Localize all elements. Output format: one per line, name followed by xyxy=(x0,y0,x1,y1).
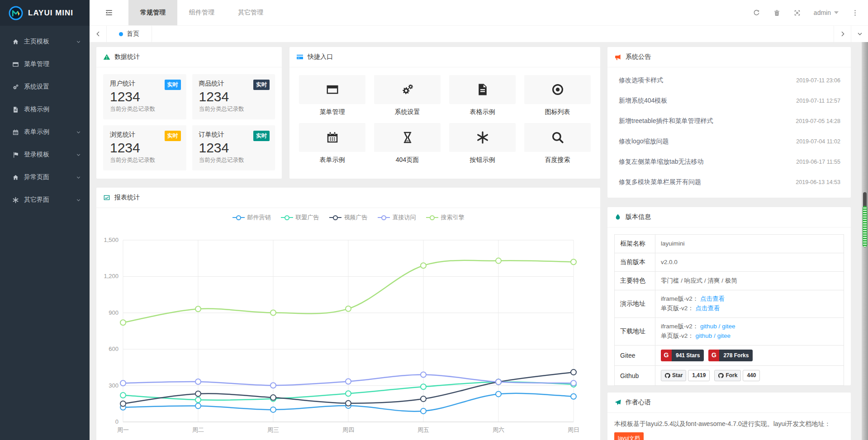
refresh-button[interactable] xyxy=(753,9,760,17)
scrollbar-track[interactable] xyxy=(862,42,868,440)
legend-item[interactable]: 搜索引擎 xyxy=(426,213,465,222)
card-version-info: 版本信息 框架名称layuimini当前版本v2.0.0主要特色零门槛 / 响应… xyxy=(607,207,851,385)
announcement-row-3[interactable]: 修改logo缩放问题2019-07-04 11:02 xyxy=(614,131,844,151)
quick-entry-7[interactable]: 百度搜索 xyxy=(524,123,591,164)
announcement-date: 2019-06-17 11:55 xyxy=(796,159,840,165)
quick-entry-3[interactable]: 图标列表 xyxy=(524,75,591,116)
version-row-label: 主要特色 xyxy=(615,272,655,290)
scroll-progress-indicator xyxy=(863,206,867,247)
announcement-row-1[interactable]: 新增系统404模板2019-07-11 12:57 xyxy=(614,90,844,111)
chevron-down-icon xyxy=(856,30,863,38)
tab-scroll-left-button[interactable] xyxy=(90,26,107,42)
version-row-value: Star1,419Fork440 xyxy=(655,366,844,385)
app-title: LAYUI MINI xyxy=(28,9,73,18)
link-github[interactable]: github xyxy=(696,332,712,339)
quick-entry-5[interactable]: 404页面 xyxy=(374,123,441,164)
quick-entry-6[interactable]: 按钮示例 xyxy=(449,123,516,164)
chevron-down-icon xyxy=(76,197,81,203)
card-title: 版本信息 xyxy=(626,213,651,221)
top-nav-item-1[interactable]: 组件管理 xyxy=(177,0,226,25)
logo[interactable]: LAYUI MINI xyxy=(0,0,90,26)
fullscreen-button[interactable] xyxy=(793,9,801,17)
gitee-icon: G xyxy=(661,350,672,362)
quick-entry-2[interactable]: 表格示例 xyxy=(449,75,516,116)
link-gitee[interactable]: gitee xyxy=(722,323,735,330)
more-menu-button[interactable] xyxy=(851,9,859,17)
link-点击查看[interactable]: 点击查看 xyxy=(700,295,725,302)
realtime-badge: 实时 xyxy=(253,131,270,141)
sidebar-item-2[interactable]: 系统设置 xyxy=(0,76,90,98)
sidebar-item-5[interactable]: 登录模板 xyxy=(0,143,90,166)
version-row-5: GiteeG941 StarsG278 Forks xyxy=(615,345,844,366)
user-menu[interactable]: admin xyxy=(814,9,839,16)
layui-doc-badge[interactable]: layui文档 xyxy=(614,432,644,440)
announcement-row-4[interactable]: 修复左侧菜单缩放tab无法移动2019-06-17 11:55 xyxy=(614,151,844,172)
top-nav-item-2[interactable]: 其它管理 xyxy=(226,0,275,25)
caret-down-icon xyxy=(834,11,839,14)
legend-item[interactable]: 联盟广告 xyxy=(281,213,319,222)
link-gitee[interactable]: gitee xyxy=(717,332,730,339)
version-row-6: GithubStar1,419Fork440 xyxy=(615,366,844,385)
sidebar: LAYUI MINI 主页模板菜单管理系统设置表格示例表单示例登录模板异常页面其… xyxy=(0,0,90,440)
username: admin xyxy=(814,9,831,16)
sidebar-item-6[interactable]: 异常页面 xyxy=(0,166,90,189)
chevron-right-icon xyxy=(839,30,846,38)
hourglass-icon xyxy=(401,131,414,144)
link-点击查看[interactable]: 点击查看 xyxy=(696,305,720,312)
stat-value: 1234 xyxy=(110,89,180,104)
quick-entry-4[interactable]: 表单示例 xyxy=(299,123,365,164)
credit-card-icon xyxy=(296,53,304,61)
gitee-badge[interactable]: G278 Forks xyxy=(708,350,753,362)
legend-item[interactable]: 邮件营销 xyxy=(232,213,271,222)
card-title: 快捷入口 xyxy=(308,53,333,61)
legend-item[interactable]: 视频广告 xyxy=(329,213,368,222)
announcement-date: 2019-07-11 12:57 xyxy=(796,98,840,104)
flag-icon xyxy=(12,151,19,158)
sidebar-item-7[interactable]: 其它界面 xyxy=(0,189,90,211)
author-line1: 本模板基于layui2.5.4以及font-awesome-4.7.0进行实现。… xyxy=(614,418,844,430)
realtime-badge: 实时 xyxy=(253,80,270,90)
tab-operations-button[interactable] xyxy=(851,26,868,42)
version-row-value: G941 StarsG278 Forks xyxy=(655,345,844,366)
svg-text:周一: 周一 xyxy=(117,426,129,433)
sidebar-item-4[interactable]: 表单示例 xyxy=(0,121,90,143)
announcement-row-5[interactable]: 修复多模块菜单栏展开有问题2019-06-13 14:53 xyxy=(614,172,844,192)
window-icon xyxy=(12,61,19,68)
expand-icon xyxy=(793,9,801,17)
logo-icon xyxy=(8,5,24,21)
realtime-badge: 实时 xyxy=(165,80,181,90)
svg-text:300: 300 xyxy=(109,382,119,389)
announcement-row-0[interactable]: 修改选项卡样式2019-07-11 23:06 xyxy=(614,70,844,90)
dot-circle-icon xyxy=(551,83,564,96)
version-table: 框架名称layuimini当前版本v2.0.0主要特色零门槛 / 响应式 / 清… xyxy=(614,234,844,386)
legend-marker-icon xyxy=(281,215,293,220)
home-icon xyxy=(12,174,19,181)
legend-item[interactable]: 直接访问 xyxy=(378,213,416,222)
quick-entry-1[interactable]: 系统设置 xyxy=(374,75,441,116)
github-badge[interactable]: Star1,419 xyxy=(661,370,710,381)
quick-entry-0[interactable]: 菜单管理 xyxy=(299,75,365,116)
version-row-value: 零门槛 / 响应式 / 清爽 / 极简 xyxy=(655,272,844,290)
search-icon xyxy=(551,131,564,144)
sidebar-item-3[interactable]: 表格示例 xyxy=(0,98,90,121)
fire-icon xyxy=(614,213,621,221)
tab-home[interactable]: 首页 xyxy=(107,26,152,42)
top-nav-item-0[interactable]: 常规管理 xyxy=(128,0,177,25)
github-badge[interactable]: Fork440 xyxy=(714,370,760,381)
svg-text:周六: 周六 xyxy=(493,426,504,433)
legend-marker-icon xyxy=(232,215,245,220)
announcement-date: 2019-07-04 11:02 xyxy=(796,138,840,145)
menu-collapse-button[interactable] xyxy=(90,0,128,25)
gears-icon xyxy=(12,84,19,90)
chevron-down-icon xyxy=(76,152,81,158)
file-icon xyxy=(476,83,489,96)
sidebar-item-1[interactable]: 菜单管理 xyxy=(0,53,90,76)
gitee-badge[interactable]: G941 Stars xyxy=(661,350,704,362)
sidebar-item-0[interactable]: 主页模板 xyxy=(0,30,90,53)
active-tab-dot xyxy=(119,32,123,36)
tab-scroll-right-button[interactable] xyxy=(834,26,851,42)
announcement-row-2[interactable]: 新增treetable插件和菜单管理样式2019-07-05 14:28 xyxy=(614,111,844,131)
clear-cache-button[interactable] xyxy=(773,9,781,17)
github-icon xyxy=(718,373,724,378)
link-github[interactable]: github xyxy=(700,323,717,330)
